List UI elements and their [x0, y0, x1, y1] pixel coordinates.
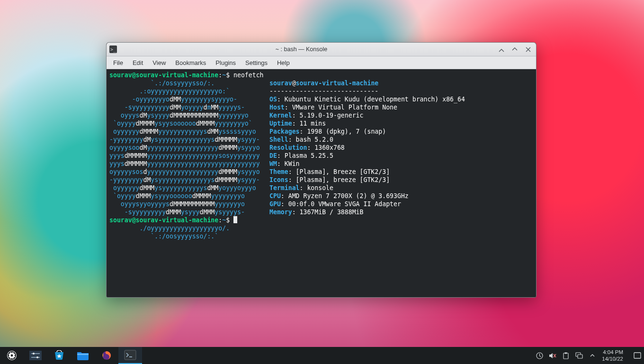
svg-point-15: [33, 353, 35, 355]
firefox-launcher[interactable]: [95, 347, 118, 364]
svg-point-11: [11, 355, 13, 357]
minimize-button[interactable]: [496, 44, 507, 55]
clipboard-icon[interactable]: [562, 352, 570, 359]
show-desktop-button[interactable]: [631, 347, 644, 364]
konsole-task[interactable]: [118, 347, 142, 364]
menu-plugins[interactable]: Plugins: [211, 58, 241, 68]
discover-launcher[interactable]: [47, 347, 71, 364]
dolphin-launcher[interactable]: [71, 347, 95, 364]
updates-icon[interactable]: [536, 352, 543, 359]
clock-date: 14/10/22: [602, 355, 623, 362]
svg-point-7: [9, 353, 10, 354]
start-button[interactable]: [0, 347, 24, 364]
menubar: File Edit View Bookmarks Plugins Setting…: [107, 56, 536, 69]
svg-point-5: [8, 355, 9, 356]
window-title: ~ : bash — Konsole: [109, 46, 493, 53]
menu-settings[interactable]: Settings: [241, 58, 272, 68]
svg-point-8: [14, 353, 15, 354]
network-icon[interactable]: [575, 352, 583, 359]
clock-time: 4:04 PM: [602, 349, 623, 355]
system-settings-launcher[interactable]: [24, 347, 47, 364]
tray-expand-icon[interactable]: [589, 352, 596, 359]
menu-file[interactable]: File: [108, 58, 128, 68]
titlebar[interactable]: >_ ~ : bash — Konsole: [107, 43, 536, 56]
svg-rect-23: [564, 353, 568, 359]
svg-point-6: [15, 355, 16, 356]
menu-edit[interactable]: Edit: [128, 58, 148, 68]
svg-point-4: [11, 358, 12, 359]
system-tray: 4:04 PM 14/10/22: [531, 349, 631, 362]
svg-point-10: [14, 357, 15, 358]
menu-view[interactable]: View: [148, 58, 170, 68]
volume-muted-icon[interactable]: [549, 352, 556, 359]
svg-point-3: [11, 352, 12, 353]
svg-point-16: [36, 356, 38, 358]
svg-point-9: [9, 357, 10, 358]
svg-rect-26: [578, 355, 582, 358]
svg-rect-24: [565, 352, 567, 354]
taskbar: 4:04 PM 14/10/22: [0, 347, 644, 364]
menu-help[interactable]: Help: [272, 58, 295, 68]
svg-rect-18: [77, 354, 89, 355]
terminal-area[interactable]: sourav@sourav-virtual-machine:~$ neofetc…: [107, 69, 536, 297]
svg-rect-20: [125, 350, 136, 360]
menu-bookmarks[interactable]: Bookmarks: [170, 58, 211, 68]
svg-rect-27: [634, 353, 641, 358]
konsole-window: >_ ~ : bash — Konsole File Edit View Boo…: [106, 42, 537, 298]
maximize-button[interactable]: [510, 44, 520, 55]
close-button[interactable]: [523, 44, 533, 55]
clock[interactable]: 4:04 PM 14/10/22: [602, 349, 626, 362]
svg-rect-12: [29, 351, 42, 360]
